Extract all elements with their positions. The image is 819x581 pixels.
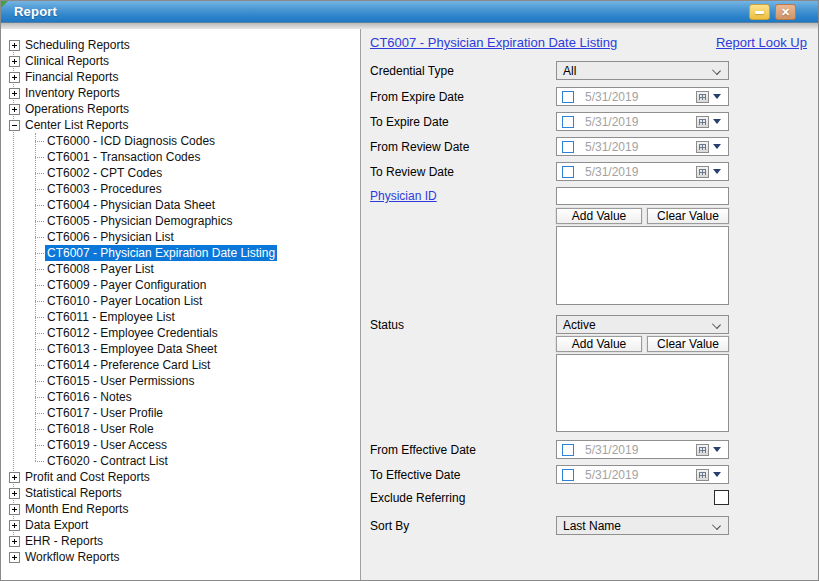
minimize-icon xyxy=(755,11,764,14)
tree-item-center-list-reports[interactable]: Center List Reports xyxy=(1,117,360,133)
report-look-up-link[interactable]: Report Look Up xyxy=(716,35,807,50)
status-add-value-button[interactable]: Add Value xyxy=(556,336,642,352)
dropdown-arrow-icon[interactable] xyxy=(713,94,721,99)
tree-item-month-end-reports[interactable]: Month End Reports xyxy=(1,501,360,517)
from-expire-date-label: From Expire Date xyxy=(370,90,556,104)
sort-by-label: Sort By xyxy=(370,519,556,533)
expand-icon[interactable] xyxy=(9,56,20,67)
physician-id-input[interactable] xyxy=(556,187,729,205)
status-listbox[interactable] xyxy=(556,354,729,432)
tree-item-ct6013[interactable]: CT6013 - Employee Data Sheet xyxy=(1,341,360,357)
calendar-icon[interactable] xyxy=(696,444,709,456)
expand-icon[interactable] xyxy=(9,104,20,115)
to-expire-date-label: To Expire Date xyxy=(370,115,556,129)
title-bar: Report ✕ xyxy=(1,1,818,23)
tree-item-ct6020[interactable]: CT6020 - Contract List xyxy=(1,453,360,469)
tree-item-ct6000[interactable]: CT6000 - ICD Diagnosis Codes xyxy=(1,133,360,149)
tree-item-profit-and-cost-reports[interactable]: Profit and Cost Reports xyxy=(1,469,360,485)
collapse-icon[interactable] xyxy=(9,120,20,131)
to-expire-date-picker[interactable]: 5/31/2019 xyxy=(556,112,729,131)
physician-clear-value-button[interactable]: Clear Value xyxy=(647,208,729,224)
tree-item-ct6019[interactable]: CT6019 - User Access xyxy=(1,437,360,453)
expand-icon[interactable] xyxy=(9,520,20,531)
tree-item-clinical-reports[interactable]: Clinical Reports xyxy=(1,53,360,69)
tree-item-ct6002[interactable]: CT6002 - CPT Codes xyxy=(1,165,360,181)
expand-icon[interactable] xyxy=(9,72,20,83)
tree-item-ct6015[interactable]: CT6015 - User Permissions xyxy=(1,373,360,389)
from-expire-date-checkbox[interactable] xyxy=(562,91,574,103)
sort-by-dropdown[interactable]: Last Name xyxy=(556,516,729,535)
tree-item-ct6008[interactable]: CT6008 - Payer List xyxy=(1,261,360,277)
tree-item-ct6007-selected[interactable]: CT6007 - Physician Expiration Date Listi… xyxy=(1,245,360,261)
physician-id-listbox[interactable] xyxy=(556,226,729,305)
to-effective-date-checkbox[interactable] xyxy=(562,469,574,481)
tree-item-ct6011[interactable]: CT6011 - Employee List xyxy=(1,309,360,325)
dropdown-arrow-icon[interactable] xyxy=(713,119,721,124)
expand-icon[interactable] xyxy=(9,552,20,563)
calendar-icon[interactable] xyxy=(696,141,709,153)
from-effective-date-checkbox[interactable] xyxy=(562,444,574,456)
physician-add-value-button[interactable]: Add Value xyxy=(556,208,642,224)
to-review-date-checkbox[interactable] xyxy=(562,166,574,178)
expand-icon[interactable] xyxy=(9,488,20,499)
minimize-button[interactable] xyxy=(749,4,770,20)
expand-icon[interactable] xyxy=(9,504,20,515)
dropdown-arrow-icon[interactable] xyxy=(713,169,721,174)
expand-icon[interactable] xyxy=(9,472,20,483)
dropdown-arrow-icon[interactable] xyxy=(713,447,721,452)
credential-type-value: All xyxy=(563,64,576,78)
tree-item-workflow-reports[interactable]: Workflow Reports xyxy=(1,549,360,565)
to-effective-date-picker[interactable]: 5/31/2019 xyxy=(556,465,729,484)
tree-item-ct6006[interactable]: CT6006 - Physician List xyxy=(1,229,360,245)
tree-item-ct6001[interactable]: CT6001 - Transaction Codes xyxy=(1,149,360,165)
expand-icon[interactable] xyxy=(9,40,20,51)
expand-icon[interactable] xyxy=(9,88,20,99)
report-title-link[interactable]: CT6007 - Physician Expiration Date Listi… xyxy=(370,35,617,50)
tree-item-statistical-reports[interactable]: Statistical Reports xyxy=(1,485,360,501)
close-button[interactable]: ✕ xyxy=(775,4,796,20)
tree-item-operations-reports[interactable]: Operations Reports xyxy=(1,101,360,117)
report-window: Report ✕ Scheduling Reports Clinical Rep… xyxy=(0,0,819,581)
status-dropdown[interactable]: Active xyxy=(556,315,729,334)
tree-item-ehr-reports[interactable]: EHR - Reports xyxy=(1,533,360,549)
chevron-down-icon xyxy=(712,521,721,530)
tree-item-scheduling-reports[interactable]: Scheduling Reports xyxy=(1,37,360,53)
calendar-icon[interactable] xyxy=(696,469,709,481)
sort-by-value: Last Name xyxy=(563,519,621,533)
status-clear-value-button[interactable]: Clear Value xyxy=(647,336,729,352)
tree-item-ct6003[interactable]: CT6003 - Procedures xyxy=(1,181,360,197)
from-review-date-picker[interactable]: 5/31/2019 xyxy=(556,137,729,156)
expand-icon[interactable] xyxy=(9,536,20,547)
tree-item-data-export[interactable]: Data Export xyxy=(1,517,360,533)
tree-item-ct6018[interactable]: CT6018 - User Role xyxy=(1,421,360,437)
calendar-icon[interactable] xyxy=(696,166,709,178)
from-effective-date-label: From Effective Date xyxy=(370,443,556,457)
from-effective-date-picker[interactable]: 5/31/2019 xyxy=(556,440,729,459)
report-tree: Scheduling Reports Clinical Reports Fina… xyxy=(1,29,361,580)
to-effective-date-label: To Effective Date xyxy=(370,468,556,482)
tree-item-financial-reports[interactable]: Financial Reports xyxy=(1,69,360,85)
tree-item-ct6005[interactable]: CT6005 - Physician Demographics xyxy=(1,213,360,229)
to-review-date-picker[interactable]: 5/31/2019 xyxy=(556,162,729,181)
tree-item-ct6004[interactable]: CT6004 - Physician Data Sheet xyxy=(1,197,360,213)
tree-item-ct6009[interactable]: CT6009 - Payer Configuration xyxy=(1,277,360,293)
exclude-referring-checkbox[interactable] xyxy=(714,490,729,505)
from-expire-date-picker[interactable]: 5/31/2019 xyxy=(556,87,729,106)
tree-item-ct6014[interactable]: CT6014 - Preference Card List xyxy=(1,357,360,373)
tree-item-ct6010[interactable]: CT6010 - Payer Location List xyxy=(1,293,360,309)
tree-item-ct6017[interactable]: CT6017 - User Profile xyxy=(1,405,360,421)
dropdown-arrow-icon[interactable] xyxy=(713,144,721,149)
chevron-down-icon xyxy=(712,66,721,75)
dropdown-arrow-icon[interactable] xyxy=(713,472,721,477)
calendar-icon[interactable] xyxy=(696,116,709,128)
physician-id-link[interactable]: Physician ID xyxy=(370,189,437,203)
from-review-date-checkbox[interactable] xyxy=(562,141,574,153)
calendar-icon[interactable] xyxy=(696,91,709,103)
tree-item-inventory-reports[interactable]: Inventory Reports xyxy=(1,85,360,101)
report-parameters-panel: CT6007 - Physician Expiration Date Listi… xyxy=(361,29,818,580)
from-review-date-value: 5/31/2019 xyxy=(585,140,696,154)
tree-item-ct6012[interactable]: CT6012 - Employee Credentials xyxy=(1,325,360,341)
tree-item-ct6016[interactable]: CT6016 - Notes xyxy=(1,389,360,405)
credential-type-dropdown[interactable]: All xyxy=(556,61,729,80)
to-expire-date-checkbox[interactable] xyxy=(562,116,574,128)
